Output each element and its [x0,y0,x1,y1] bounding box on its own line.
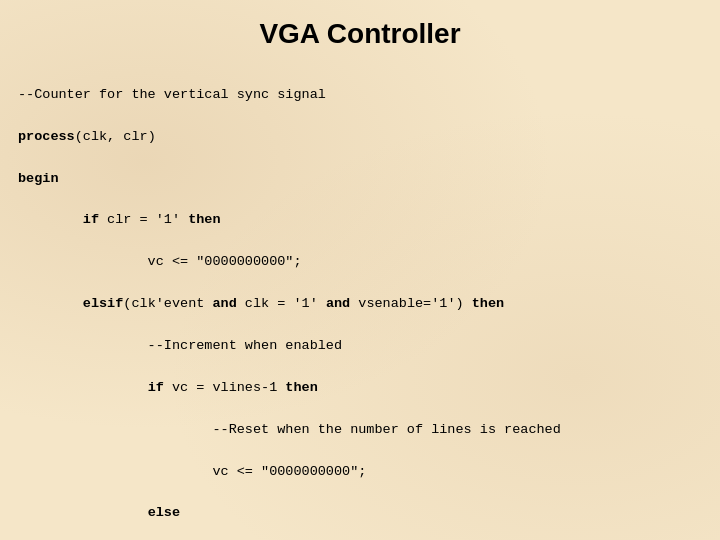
page-title: VGA Controller [0,0,720,64]
code-line-10: vc <= "0000000000"; [18,464,366,479]
code-line-4: if clr = '1' then [18,212,221,227]
code-line-7: --Increment when enabled [18,338,342,353]
code-line-3: begin [18,171,59,186]
code-line-6: elsif(clk'event and clk = '1' and vsenab… [18,296,504,311]
code-line-8: if vc = vlines-1 then [18,380,318,395]
code-line-11: else [18,505,180,520]
code-line-5: vc <= "0000000000"; [18,254,302,269]
code-line-1: --Counter for the vertical sync signal [18,87,326,102]
code-line-2: process(clk, clr) [18,129,156,144]
code-block: --Counter for the vertical sync signal p… [18,64,702,540]
code-line-9: --Reset when the number of lines is reac… [18,422,561,437]
